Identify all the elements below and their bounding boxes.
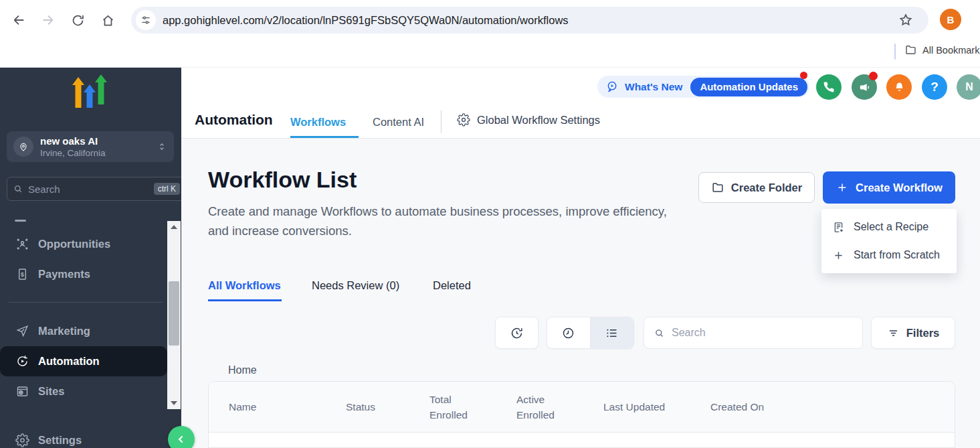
bookmark-star-icon[interactable] [898, 12, 914, 28]
location-city: Irvine, California [40, 147, 157, 159]
location-switcher[interactable]: new oaks AI Irvine, California [7, 131, 174, 162]
sidebar-item-label: Payments [38, 268, 90, 281]
plus-icon [836, 181, 849, 194]
sidebar-collapse-button[interactable] [168, 426, 195, 448]
help-button[interactable]: ? [922, 74, 947, 100]
sites-icon [15, 384, 29, 399]
all-bookmarks-label: All Bookmarks [922, 45, 980, 56]
gear-icon [457, 113, 470, 127]
menu-item-select-recipe[interactable]: Select a Recipe [821, 213, 957, 241]
workflow-list-title: Workflow List [208, 167, 357, 193]
phone-button[interactable] [816, 74, 842, 100]
url-text: app.gohighlevel.com/v2/location/lnPS691g… [163, 14, 569, 27]
sidebar-item-label: Settings [38, 434, 82, 447]
folder-icon [904, 44, 917, 56]
view-toggle [547, 317, 634, 349]
create-workflow-label: Create Workflow [856, 181, 943, 194]
sidebar-menu: Opportunities $ Payments Marketing Autom… [0, 229, 181, 448]
clock-icon [561, 326, 575, 340]
breadcrumb[interactable]: Home [228, 364, 257, 376]
whats-new-button[interactable]: What's New Automation Updates [597, 76, 809, 98]
folder-icon [711, 181, 724, 194]
location-name: new oaks AI [40, 135, 157, 147]
recipe-document-icon [832, 221, 845, 234]
chevron-up-down-icon [157, 140, 167, 153]
sidebar-item-sites[interactable]: Sites [0, 376, 181, 406]
all-bookmarks-button[interactable]: All Bookmarks [904, 44, 980, 56]
scrollbar-thumb[interactable] [169, 281, 179, 346]
workflow-search[interactable] [644, 317, 863, 349]
browser-reload-button[interactable] [67, 9, 88, 31]
main-content: What's New Automation Updates ? N Automa… [181, 68, 980, 448]
gear-icon [15, 433, 29, 448]
create-folder-label: Create Folder [731, 181, 802, 194]
time-view-button[interactable] [547, 317, 591, 348]
sidebar-item-settings[interactable]: Settings [0, 425, 181, 448]
filters-button[interactable]: Filters [871, 317, 955, 349]
sidebar-item-marketing[interactable]: Marketing [0, 316, 181, 346]
scrollbar-up-arrow[interactable] [167, 221, 181, 233]
history-button[interactable] [495, 317, 538, 349]
menu-item-label: Start from Scratch [854, 249, 940, 261]
menu-item-label: Select a Recipe [854, 221, 928, 233]
workflow-search-input[interactable] [672, 327, 853, 339]
browser-chrome: app.gohighlevel.com/v2/location/lnPS691g… [0, 0, 980, 68]
megaphone-icon [858, 81, 871, 94]
tab-needs-review[interactable]: Needs Review (0) [312, 279, 399, 292]
address-bar[interactable]: app.gohighlevel.com/v2/location/lnPS691g… [131, 7, 928, 33]
browser-forward-button[interactable] [37, 9, 59, 31]
opportunities-icon [15, 237, 29, 252]
global-workflow-settings-label: Global Workflow Settings [477, 114, 600, 127]
bookmarks-divider [894, 44, 896, 60]
bookmarks-bar: All Bookmarks [0, 40, 980, 64]
partial-menu-item-icon [15, 220, 26, 222]
sidebar-item-automation[interactable]: Automation [0, 346, 167, 376]
column-header-name: Name [229, 401, 346, 413]
question-mark-icon: ? [930, 80, 939, 94]
notification-dot [869, 72, 878, 80]
search-icon [13, 183, 23, 194]
automation-updates-badge[interactable]: Automation Updates [690, 78, 807, 96]
browser-back-button[interactable] [8, 9, 29, 31]
scrollbar-down-arrow[interactable] [167, 397, 181, 409]
notifications-button[interactable] [886, 74, 912, 100]
tab-workflows[interactable]: Workflows [290, 116, 346, 129]
sidebar-item-label: Sites [38, 385, 64, 398]
column-header-active-enrolled: Active Enrolled [516, 392, 603, 423]
notification-dot [800, 72, 807, 79]
browser-home-button[interactable] [97, 9, 118, 31]
create-workflow-button[interactable]: Create Workflow [823, 171, 955, 204]
gohighlevel-logo [69, 74, 112, 109]
column-header-total-enrolled: Total Enrolled [429, 392, 516, 423]
column-header-created-on: Created On [710, 401, 764, 413]
page-header: What's New Automation Updates ? N Automa… [181, 68, 980, 139]
sidebar-item-opportunities[interactable]: Opportunities [0, 229, 181, 259]
svg-text:$: $ [21, 271, 24, 278]
page-title: Automation [195, 112, 273, 128]
browser-profile-avatar[interactable]: B [940, 9, 961, 30]
create-folder-button[interactable]: Create Folder [698, 172, 815, 203]
sidebar-scrollbar[interactable] [167, 221, 181, 409]
payments-icon: $ [15, 267, 29, 282]
global-workflow-settings-link[interactable]: Global Workflow Settings [457, 113, 600, 127]
tab-content-ai[interactable]: Content AI [373, 116, 424, 129]
marketing-icon [15, 324, 29, 339]
sidebar-search[interactable]: ctrl K [7, 177, 186, 201]
workflow-table: Name Status Total Enrolled Active Enroll… [208, 381, 955, 448]
list-view-button[interactable] [591, 317, 634, 348]
create-workflow-dropdown: Select a Recipe Start from Scratch [821, 209, 957, 273]
workflow-list-description: Create and manage Workflows to automate … [208, 202, 680, 240]
history-clock-icon [510, 326, 524, 340]
tab-deleted[interactable]: Deleted [433, 279, 471, 292]
sidebar-item-label: Opportunities [38, 238, 110, 250]
user-avatar[interactable]: N [957, 74, 980, 100]
search-icon [654, 327, 665, 339]
sidebar-search-input[interactable] [28, 183, 154, 195]
tab-all-workflows[interactable]: All Workflows [208, 279, 281, 292]
sidebar-item-label: Marketing [38, 325, 90, 338]
header-divider [441, 110, 442, 133]
menu-item-start-from-scratch[interactable]: Start from Scratch [821, 241, 957, 269]
sidebar-item-payments[interactable]: $ Payments [0, 259, 181, 289]
plus-icon [832, 249, 845, 262]
site-settings-icon[interactable] [136, 10, 156, 30]
